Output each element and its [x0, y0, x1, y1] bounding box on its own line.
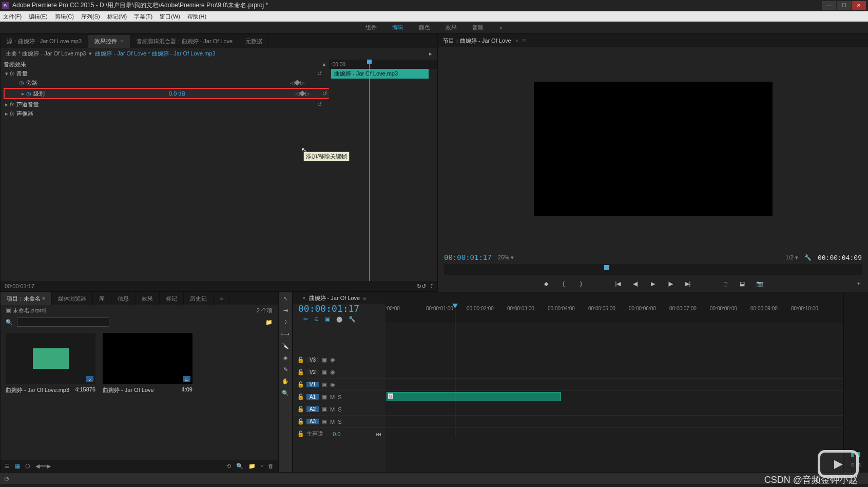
menu-window[interactable]: 窗口(W)	[160, 13, 180, 21]
lock-icon[interactable]: 🔓	[297, 418, 303, 425]
wrench-icon[interactable]: 🔧	[349, 316, 356, 323]
reset-icon[interactable]: ↺	[322, 90, 327, 97]
lock-icon[interactable]: 🔓	[297, 369, 303, 376]
goto-in-icon[interactable]: |◀	[614, 280, 622, 287]
track-head-v3[interactable]: 🔓V3▣◉	[293, 354, 385, 366]
tab-project[interactable]: 项目：未命名 ≡	[1, 292, 52, 305]
track-master[interactable]	[385, 428, 843, 440]
solo-icon[interactable]: S	[338, 419, 341, 425]
mark-in-icon[interactable]: {	[560, 280, 568, 287]
tab-effects-panel[interactable]: 效果	[136, 292, 160, 305]
new-item-icon[interactable]: ▫	[261, 463, 263, 469]
effect-channel-volume[interactable]: ▸fx声道音量↺	[1, 100, 329, 109]
param-level[interactable]: ▸◷级别0.0 dB◁▷↺	[5, 89, 334, 98]
menu-edit[interactable]: 编辑(E)	[29, 13, 48, 21]
trash-icon[interactable]: 🗑	[268, 463, 274, 469]
track-head-v2[interactable]: 🔓V2▣◉	[293, 366, 385, 379]
close-icon[interactable]: ×	[302, 295, 305, 301]
param-bypass[interactable]: ◷旁路◁▷	[1, 78, 329, 87]
eye-icon[interactable]: ◉	[330, 357, 335, 363]
add-keyframe-icon[interactable]	[299, 90, 305, 96]
settings-icon[interactable]: 🔧	[804, 254, 812, 261]
mute-icon[interactable]: M	[330, 406, 335, 413]
toggle-output-icon[interactable]: ▣	[322, 357, 327, 363]
program-viewer[interactable]	[438, 47, 868, 251]
tab-info[interactable]: 信息	[111, 292, 136, 305]
settings-icon[interactable]: ⬤	[336, 316, 342, 323]
panel-menu-icon[interactable]: ≡	[523, 38, 526, 44]
new-bin-icon[interactable]: 📁	[248, 463, 256, 470]
menu-clip[interactable]: 剪辑(C)	[55, 13, 74, 21]
add-marker-icon[interactable]: ▣	[325, 316, 330, 323]
reset-icon[interactable]: ↺	[317, 70, 322, 77]
ripple-edit-tool-icon[interactable]: ⤸	[283, 319, 288, 326]
play-icon[interactable]: ▶	[649, 280, 657, 287]
track-head-master[interactable]: 🔓主声道 0.0⏮	[293, 428, 385, 440]
linked-selection-icon[interactable]: ⊆	[314, 316, 319, 323]
tab-media-browser[interactable]: 媒体浏览器	[52, 292, 93, 305]
scrub-playhead[interactable]	[604, 265, 609, 270]
snap-icon[interactable]: ✂	[303, 316, 308, 323]
track-a3[interactable]	[385, 416, 843, 428]
tab-more-icon[interactable]: »	[214, 293, 229, 304]
workspace-editing[interactable]: 编辑	[392, 24, 403, 31]
toggle-output-icon[interactable]: ▣	[322, 369, 327, 376]
track-v1[interactable]	[385, 379, 843, 391]
solo-icon[interactable]: S	[338, 406, 341, 413]
reset-icon[interactable]: ↺	[317, 101, 322, 108]
selection-tool-icon[interactable]: ↖	[283, 295, 288, 302]
mute-icon[interactable]: M	[330, 394, 335, 400]
track-a1[interactable]: fx	[385, 391, 843, 403]
razor-tool-icon[interactable]: 🔪	[282, 343, 289, 349]
project-item-audio[interactable]: ♪ 曲婉婷 - Jar Of Love.mp34:15876	[6, 333, 95, 396]
goto-out-icon[interactable]: ▶|	[684, 280, 692, 287]
button-editor-icon[interactable]: +	[855, 280, 863, 287]
new-bin-icon[interactable]: 📁	[265, 319, 273, 326]
resolution-dropdown[interactable]: 1/2 ▾	[786, 254, 798, 261]
timeline-toggle-icon[interactable]: ▸	[429, 50, 432, 57]
icon-view-icon[interactable]: ▦	[15, 463, 20, 470]
timeline-ruler[interactable]: :00:0000:00:01:0000:00:02:0000:00:03:000…	[385, 304, 843, 324]
lock-icon[interactable]: 🔓	[297, 357, 303, 363]
audio-clip[interactable]: fx	[387, 392, 561, 401]
list-view-icon[interactable]: ☰	[5, 463, 10, 470]
tab-markers-panel[interactable]: 标记	[160, 292, 184, 305]
timeline-timecode[interactable]: 00:00:01:17	[298, 303, 380, 314]
master-level[interactable]: 0.0	[333, 431, 340, 437]
menu-file[interactable]: 文件(F)	[3, 13, 22, 21]
program-scrub-bar[interactable]	[444, 264, 862, 275]
track-head-v1[interactable]: 🔓V1▣◉	[293, 379, 385, 391]
timeline-track-area[interactable]: fx	[385, 324, 843, 472]
lock-icon[interactable]: 🔓	[297, 430, 303, 437]
close-button[interactable]: ✕	[852, 1, 866, 10]
tab-audio-mixer[interactable]: 音频剪辑混合器：曲婉婷 - Jar Of Love	[130, 35, 240, 48]
project-item-sequence[interactable]: ▭ 曲婉婷 - Jar Of Love4:09	[103, 333, 192, 396]
menu-title[interactable]: 字幕(T)	[134, 13, 152, 21]
menu-marker[interactable]: 标记(M)	[107, 13, 127, 21]
track-a2[interactable]	[385, 403, 843, 416]
program-timecode-current[interactable]: 00:00:01:17	[444, 253, 492, 261]
effect-clip-path[interactable]: 曲婉婷 - Jar Of Love * 曲婉婷 - Jar Of Love.mp…	[95, 50, 215, 58]
step-forward-icon[interactable]: |▶	[666, 280, 674, 287]
mark-out-icon[interactable]: }	[577, 280, 585, 287]
tab-history[interactable]: 历史记	[184, 292, 214, 305]
expand-icon[interactable]: ⏮	[376, 431, 381, 437]
solo-icon[interactable]: S	[338, 394, 341, 400]
lock-icon[interactable]: 🔓	[297, 381, 303, 388]
level-value[interactable]: 0.0 dB	[169, 90, 185, 97]
auto-match-icon[interactable]: ⟲	[226, 463, 231, 470]
find-icon[interactable]: 🔍	[236, 463, 243, 470]
workspace-color[interactable]: 颜色	[419, 24, 430, 31]
stopwatch-icon[interactable]: ◷	[19, 80, 24, 86]
track-head-a3[interactable]: 🔓A3▣MS	[293, 416, 385, 428]
marker-icon[interactable]: ◆	[542, 280, 550, 287]
zoom-slider[interactable]: ◀━━▶	[35, 463, 51, 470]
tab-effect-controls[interactable]: 效果控件×	[88, 35, 130, 48]
next-keyframe-icon[interactable]: ▷	[300, 80, 304, 86]
menu-help[interactable]: 帮助(H)	[187, 13, 206, 21]
close-icon[interactable]: ×	[515, 38, 518, 44]
project-search-input[interactable]	[17, 317, 109, 327]
toggle-output-icon[interactable]: ▣	[322, 418, 327, 425]
effect-volume[interactable]: ▾fx音量↺	[1, 69, 329, 78]
export-frame-icon[interactable]: 📷	[756, 280, 764, 287]
